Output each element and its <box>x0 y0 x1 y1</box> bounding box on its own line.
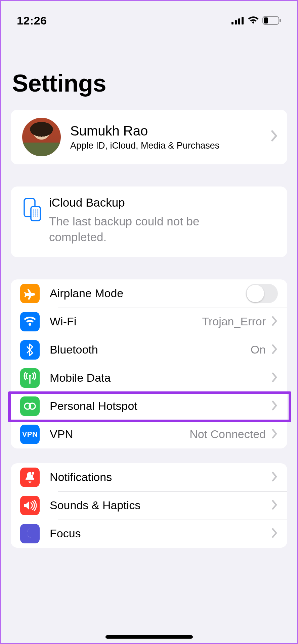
avatar <box>22 118 61 156</box>
personal-hotspot-label: Personal Hotspot <box>50 399 268 413</box>
airplane-mode-row[interactable]: Airplane Mode <box>11 279 287 308</box>
wifi-row[interactable]: Wi-Fi Trojan_Error <box>11 308 287 336</box>
svg-point-10 <box>35 209 36 210</box>
page-title: Settings <box>1 34 297 104</box>
bluetooth-icon <box>20 340 40 360</box>
chevron-right-icon <box>272 314 278 329</box>
bluetooth-label: Bluetooth <box>50 343 251 356</box>
vpn-label: VPN <box>50 428 189 441</box>
antenna-icon <box>20 368 40 388</box>
chevron-right-icon <box>272 370 278 385</box>
notifications-row[interactable]: Notifications <box>11 463 287 491</box>
vpn-detail: Not Connected <box>189 428 266 441</box>
svg-rect-3 <box>242 17 244 24</box>
status-bar: 12:26 <box>1 1 297 34</box>
svg-point-15 <box>33 213 34 214</box>
svg-rect-2 <box>238 18 240 24</box>
devices-icon <box>20 196 44 245</box>
svg-point-12 <box>33 211 34 212</box>
apple-id-row[interactable]: Sumukh Rao Apple ID, iCloud, Media & Pur… <box>11 110 287 164</box>
bell-icon <box>20 468 40 487</box>
chevron-right-icon <box>271 129 278 145</box>
status-indicators <box>231 16 281 25</box>
system-group: Notifications Sounds & Haptics Focus <box>11 463 287 548</box>
svg-point-16 <box>35 213 36 214</box>
svg-point-9 <box>33 209 34 210</box>
backup-message: The last backup could not be completed. <box>49 213 224 245</box>
svg-rect-0 <box>231 22 233 24</box>
bluetooth-detail: On <box>251 343 266 356</box>
svg-rect-5 <box>264 17 268 23</box>
moon-icon <box>20 524 40 543</box>
notifications-label: Notifications <box>50 471 268 484</box>
wifi-label: Wi-Fi <box>50 315 202 328</box>
svg-point-11 <box>37 209 38 210</box>
hotspot-icon <box>20 396 40 416</box>
svg-point-24 <box>31 472 35 475</box>
profile-name: Sumukh Rao <box>70 123 268 139</box>
personal-hotspot-row[interactable]: Personal Hotspot <box>11 392 287 420</box>
status-time: 12:26 <box>17 14 47 27</box>
svg-point-17 <box>37 213 38 214</box>
svg-rect-1 <box>235 20 237 24</box>
connectivity-group: Airplane Mode Wi-Fi Trojan_Error Bluetoo… <box>11 279 287 448</box>
svg-point-14 <box>37 211 38 212</box>
profile-group: Sumukh Rao Apple ID, iCloud, Media & Pur… <box>11 110 287 164</box>
airplane-mode-toggle[interactable] <box>246 284 278 303</box>
chevron-right-icon <box>272 342 278 357</box>
focus-label: Focus <box>50 527 268 540</box>
vpn-badge-text: VPN <box>22 430 38 439</box>
chevron-right-icon <box>272 526 278 541</box>
svg-point-13 <box>35 211 36 212</box>
svg-point-20 <box>37 215 38 216</box>
vpn-icon: VPN <box>20 425 40 444</box>
bluetooth-row[interactable]: Bluetooth On <box>11 336 287 364</box>
chevron-right-icon <box>272 398 278 414</box>
mobile-data-row[interactable]: Mobile Data <box>11 364 287 392</box>
mobile-data-label: Mobile Data <box>50 371 268 384</box>
chevron-right-icon <box>272 498 278 513</box>
svg-point-21 <box>29 375 31 377</box>
wifi-settings-icon <box>20 312 40 331</box>
icloud-backup-group[interactable]: iCloud Backup The last backup could not … <box>11 186 287 257</box>
airplane-icon <box>20 284 40 303</box>
battery-icon <box>262 16 281 25</box>
focus-row[interactable]: Focus <box>11 520 287 548</box>
profile-text: Sumukh Rao Apple ID, iCloud, Media & Pur… <box>70 123 268 151</box>
wifi-detail: Trojan_Error <box>202 315 266 328</box>
svg-rect-6 <box>280 19 281 22</box>
sounds-label: Sounds & Haptics <box>50 499 268 512</box>
airplane-mode-label: Airplane Mode <box>50 287 246 300</box>
chevron-right-icon <box>272 427 278 442</box>
wifi-icon <box>248 16 259 24</box>
profile-subtitle: Apple ID, iCloud, Media & Purchases <box>70 141 268 151</box>
vpn-row[interactable]: VPN VPN Not Connected <box>11 420 287 448</box>
home-indicator <box>105 635 193 639</box>
speaker-icon <box>20 496 40 515</box>
cellular-icon <box>231 16 244 24</box>
svg-point-19 <box>35 215 36 216</box>
chevron-right-icon <box>272 470 278 485</box>
sounds-row[interactable]: Sounds & Haptics <box>11 491 287 520</box>
svg-point-18 <box>33 215 34 216</box>
backup-title: iCloud Backup <box>49 196 224 209</box>
